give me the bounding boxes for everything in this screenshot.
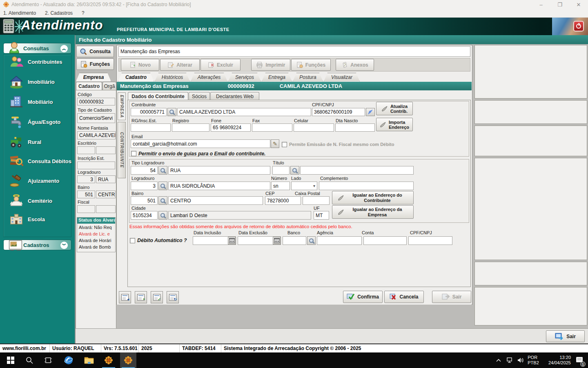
funcoes-side-button[interactable]: Funções xyxy=(76,58,114,70)
start-button[interactable] xyxy=(3,352,18,368)
igualar-empresa-button[interactable]: Igualar ao Endereço da Empresa xyxy=(332,205,414,219)
cidade-cod-field[interactable]: 5105234 xyxy=(131,211,158,220)
caixa-postal-field[interactable] xyxy=(303,196,330,205)
fiscal-nome-field[interactable] xyxy=(96,205,116,213)
numero-field[interactable]: sn xyxy=(271,182,290,190)
bairro-val-field[interactable]: CENTR xyxy=(96,191,116,198)
fiorilli-app1-button[interactable] xyxy=(100,352,117,368)
agencia-field[interactable] xyxy=(317,236,362,245)
contribuinte-search-button[interactable] xyxy=(167,108,176,116)
tab-empresa[interactable]: Empresa xyxy=(76,73,111,81)
sidebar-item-mobiliario[interactable]: Mobiliário xyxy=(9,94,53,109)
bairro-field[interactable]: CENTRO xyxy=(168,196,263,205)
bairro-cod-main-field[interactable]: 501 xyxy=(131,196,158,205)
logradouro-val-field[interactable]: RUA xyxy=(96,175,116,183)
logradouro-search-button[interactable] xyxy=(158,182,167,190)
titulo-cod-field[interactable] xyxy=(272,166,290,175)
tab-entrega[interactable]: Entrega xyxy=(262,73,292,81)
nfiscal-checkbox[interactable] xyxy=(282,142,287,147)
inscricao-est-field[interactable] xyxy=(77,162,115,169)
cidade-field[interactable]: Lambari D Oeste xyxy=(168,211,311,220)
tipo-logradouro-field[interactable]: RUA xyxy=(168,166,270,175)
fone-field[interactable]: 65 96809224 xyxy=(211,123,251,132)
cpf-cnpj-field[interactable]: 36806276000109 xyxy=(312,108,365,116)
logradouro-cod-main-field[interactable]: 3 xyxy=(131,182,158,190)
tipo-cadastro-field[interactable]: Comercio/Servi xyxy=(77,113,115,123)
minimize-button[interactable]: – xyxy=(532,0,550,9)
data-inclusao-calendar-button[interactable] xyxy=(228,237,236,245)
tab-historicos[interactable]: Históricos xyxy=(155,73,190,81)
excluir-button[interactable]: Excluir xyxy=(200,59,241,71)
tab-declarantes-web[interactable]: Declarantes Web xyxy=(210,92,259,100)
logradouro-cod-field[interactable]: 3 xyxy=(77,175,95,183)
cep-field[interactable]: 78278000 xyxy=(265,196,301,205)
celular-field[interactable] xyxy=(294,123,334,132)
guias-checkbox[interactable] xyxy=(131,151,136,156)
clock-indicator[interactable]: 13:20 24/04/2025 xyxy=(541,352,571,368)
cpf-edit-button[interactable] xyxy=(366,108,375,116)
statusbar-site[interactable]: www.fiorilli.com.br xyxy=(0,344,50,352)
novo-button[interactable]: Novo xyxy=(121,59,159,71)
email-field[interactable]: contabil_garcia@hotmail.com xyxy=(131,139,270,148)
fiscal-cod-field[interactable] xyxy=(77,205,95,213)
bairro-cod-field[interactable]: 501 xyxy=(77,191,95,198)
sidebar-item-contribuintes[interactable]: Contribuintes xyxy=(9,54,62,69)
igualar-contribuinte-button[interactable]: Igualar ao Endereço do Contribuinte xyxy=(332,191,414,204)
banco-search-button[interactable] xyxy=(307,236,316,245)
tipo-logradouro-cod-field[interactable]: 54 xyxy=(131,166,158,175)
sidebar-item-ajuizamento[interactable]: Ajuizamento xyxy=(9,173,59,188)
tab-postura[interactable]: Postura xyxy=(293,73,323,81)
task-view-button[interactable] xyxy=(41,352,56,368)
nome-fantasia-field[interactable]: CAMILA AZEVED xyxy=(77,131,116,139)
fiorilli-app2-button[interactable] xyxy=(120,352,136,368)
sidebar-item-rural[interactable]: Rural xyxy=(9,135,41,149)
tab-alteracoes[interactable]: Alterações xyxy=(191,73,227,81)
chevron-down-icon[interactable]: ︾ xyxy=(60,242,68,249)
debito-cpf-field[interactable] xyxy=(408,236,452,245)
restore-button[interactable]: ❐ xyxy=(550,0,569,9)
fax-field[interactable] xyxy=(252,123,292,132)
complemento-field[interactable] xyxy=(319,182,414,190)
sidebar-item-escola[interactable]: Escola xyxy=(9,212,45,227)
sidebar-item-agua-esgoto[interactable]: Água/Esgoto xyxy=(9,114,60,129)
nav-refresh-button[interactable]: ↻ xyxy=(167,291,179,303)
sair-window-button[interactable]: Sair xyxy=(546,330,585,342)
codigo-field[interactable]: 000000932 xyxy=(77,98,115,105)
tipo-logradouro-search-button[interactable] xyxy=(158,166,167,175)
escritorio-cod-field[interactable] xyxy=(77,146,95,154)
lado-select[interactable]: ▾ xyxy=(291,182,317,190)
menu-atendimento[interactable]: 1. Atendimento xyxy=(3,10,36,16)
file-explorer-button[interactable] xyxy=(81,352,97,368)
bairro-search-button[interactable] xyxy=(158,196,167,205)
sidebar-item-consulta-debitos[interactable]: Consulta Débitos xyxy=(9,154,71,168)
notification-center-button[interactable]: 1 xyxy=(572,352,586,368)
chevron-up-icon[interactable]: ︽ xyxy=(60,45,68,52)
tab-cadastro[interactable]: Cadastro xyxy=(118,73,154,81)
rg-field[interactable] xyxy=(131,123,171,132)
tab-socios[interactable]: Sócios xyxy=(189,92,210,100)
debito-automatico-checkbox[interactable] xyxy=(130,238,135,243)
atualiza-contrib-button[interactable]: AtualizaContrib. xyxy=(376,102,413,115)
taskbar-search-button[interactable] xyxy=(22,352,37,368)
sidebar-item-cemiterio[interactable]: Cemitério xyxy=(9,193,52,208)
tab-dados-contribuinte[interactable]: Dados do Contribuinte xyxy=(128,92,188,100)
nav-first-button[interactable]: ◂ xyxy=(119,291,131,303)
sidebar-item-imobiliario[interactable]: Imobiliário xyxy=(9,74,55,89)
contribuinte-name-field[interactable]: CAMILA AZEVEDO LTDA xyxy=(177,108,311,116)
escritorio-nome-field[interactable] xyxy=(96,146,116,154)
caption-field[interactable]: Manutenção das Empresas xyxy=(118,46,470,57)
anexos-button[interactable]: Anexos xyxy=(336,59,374,71)
uf-field[interactable]: MT xyxy=(314,211,329,220)
consulta-button[interactable]: Consulta xyxy=(76,46,114,57)
sidebar-group-consultas[interactable]: Consultas ︽ xyxy=(3,43,71,54)
funcoes-toolbar-button[interactable]: Funções xyxy=(291,59,331,71)
imprimir-button[interactable]: Imprimir xyxy=(251,59,290,71)
registro-field[interactable] xyxy=(172,123,209,132)
close-button[interactable]: ✕ xyxy=(569,0,588,9)
alterar-button[interactable]: Alterar xyxy=(160,59,200,71)
network-tray-button[interactable] xyxy=(505,352,515,368)
menu-cadastros[interactable]: 2. Cadastros xyxy=(45,10,73,16)
tab-visualizar[interactable]: Visualizar xyxy=(324,73,360,81)
vtab-empresa[interactable]: EMPRESA xyxy=(118,92,126,120)
logradouro-field[interactable]: RUA SIDROLÂNDIA xyxy=(168,182,270,190)
